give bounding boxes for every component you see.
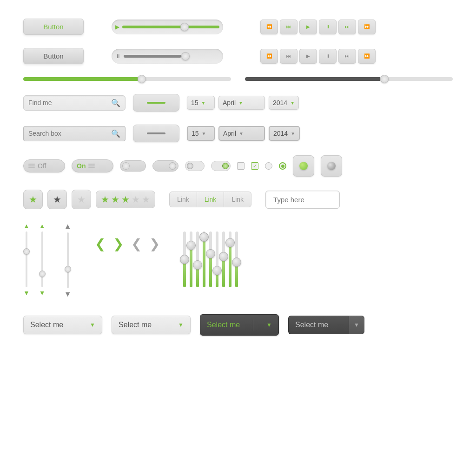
green-dot-button[interactable] [293, 155, 314, 177]
chevron-left-gray[interactable]: ❮ [131, 236, 142, 251]
date-month-2[interactable]: April ▼ [218, 126, 265, 141]
select-dark-combo: Select me ▼ [288, 316, 364, 334]
small-toggle-right[interactable] [152, 160, 178, 172]
slider-track-1[interactable]: ▶ [112, 20, 223, 34]
button-1[interactable]: Button [23, 19, 84, 35]
toggle-off[interactable]: Off [23, 159, 65, 172]
star-4[interactable]: ★ [132, 194, 140, 205]
media-btn2-next[interactable]: ⏭ [338, 49, 356, 64]
checkbox-checked[interactable]: ✓ [251, 162, 258, 170]
select-arrow-4: ▼ [354, 322, 359, 328]
star-2[interactable]: ★ [111, 194, 119, 205]
vert-track-1[interactable] [26, 231, 27, 287]
vert-down-arrow-3[interactable]: ▼ [64, 290, 72, 298]
toggle-on[interactable]: On [72, 159, 113, 172]
radio-selected[interactable] [279, 162, 286, 170]
type-here-input[interactable] [265, 191, 340, 209]
star-5[interactable]: ★ [142, 194, 150, 205]
media-btn-rw[interactable]: ⏪ [260, 20, 278, 34]
checkbox-wrap-2[interactable]: ✓ [251, 162, 258, 170]
date-day-1[interactable]: 15 ▼ [187, 96, 215, 110]
vert-up-arrow-1[interactable]: ▲ [23, 222, 30, 230]
date-year-1[interactable]: 2014 ▼ [269, 96, 299, 110]
star-btn-dark[interactable]: ★ [47, 190, 67, 209]
media-btn2-ff[interactable]: ⏩ [358, 49, 376, 64]
media-btn-pause[interactable]: ⏸ [319, 20, 337, 34]
select-dark-text[interactable]: Select me [288, 316, 349, 334]
media-controls-green: ⏪ ⏮ ▶ ⏸ ⏭ ⏩ [260, 20, 376, 34]
vert-up-arrow-2[interactable]: ▲ [39, 222, 46, 230]
search-input-1[interactable] [28, 99, 111, 106]
media-btn-play[interactable]: ▶ [299, 20, 317, 34]
vert-track-2[interactable] [41, 231, 43, 287]
date-year-2[interactable]: 2014 ▼ [269, 126, 300, 141]
horiz-slider-green[interactable] [23, 77, 231, 81]
slider-track-2[interactable]: ⏸ [112, 49, 223, 64]
select-arrow-3: ▼ [266, 322, 272, 328]
vert-thumb-1[interactable] [23, 248, 30, 255]
date-day-2[interactable]: 15 ▼ [187, 126, 215, 141]
mixer-channel-8 [229, 231, 231, 287]
search-box-1[interactable]: 🔍 [23, 95, 126, 111]
small-toggle-left[interactable] [120, 160, 146, 172]
star-icon-dark: ★ [53, 194, 61, 205]
vert-down-arrow-1[interactable]: ▼ [23, 289, 30, 297]
select-dark-arrow-btn[interactable]: ▼ [349, 316, 364, 334]
media-btn-next[interactable]: ⏭ [338, 20, 356, 34]
horiz-slider-dark[interactable] [245, 77, 453, 81]
chevron-left-green[interactable]: ❮ [95, 236, 106, 251]
media-btn2-prev[interactable]: ⏮ [280, 49, 298, 64]
chevron-right-green[interactable]: ❯ [113, 236, 124, 251]
toggle-minus-gray[interactable] [133, 125, 179, 142]
slider-thumb-1[interactable] [180, 23, 189, 31]
vert-thumb-3[interactable] [65, 266, 71, 272]
mixer-channel-5 [209, 231, 212, 287]
media-btn2-pause[interactable]: ⏸ [319, 49, 337, 64]
round-toggle-left[interactable] [185, 161, 205, 171]
radio-empty[interactable] [265, 162, 272, 170]
link-1[interactable]: Link [170, 192, 197, 207]
search-input-2[interactable] [28, 130, 111, 137]
search-box-2[interactable]: 🔍 [23, 126, 126, 141]
mixer-channel-1 [183, 231, 186, 287]
vert-thumb-2[interactable] [39, 271, 46, 277]
select-arrow-1: ▼ [90, 322, 95, 328]
checkbox-empty[interactable] [237, 162, 245, 170]
chevron-right-gray[interactable]: ❯ [149, 236, 160, 251]
select-light-1[interactable]: Select me ▼ [23, 316, 102, 334]
star-rating[interactable]: ★ ★ ★ ★ ★ [96, 191, 155, 208]
media-btn-prev[interactable]: ⏮ [280, 20, 298, 34]
radio-wrap-2[interactable] [279, 162, 286, 170]
horiz-thumb-dark[interactable] [380, 75, 389, 83]
slider-thumb-2[interactable] [181, 52, 190, 60]
select-light-2[interactable]: Select me ▼ [112, 316, 191, 334]
star-icon-light: ★ [77, 194, 86, 205]
chevron-group: ❮ ❯ ❮ ❯ [95, 236, 160, 251]
media-btn-ff[interactable]: ⏩ [358, 20, 376, 34]
horiz-thumb-green[interactable] [138, 75, 146, 83]
vert-track-3[interactable] [67, 232, 69, 288]
mixer-channel-6 [216, 231, 218, 287]
radio-wrap-1[interactable] [265, 162, 272, 170]
gray-dot-icon [327, 162, 336, 170]
star-btn-green[interactable]: ★ [23, 190, 43, 209]
star-1[interactable]: ★ [101, 194, 109, 205]
star-3[interactable]: ★ [121, 194, 130, 205]
vert-up-arrow-3[interactable]: ▲ [64, 222, 72, 231]
search-icon-2[interactable]: 🔍 [111, 129, 120, 138]
link-3[interactable]: Link [224, 192, 251, 207]
star-btn-light[interactable]: ★ [72, 190, 91, 209]
vert-down-arrow-2[interactable]: ▼ [39, 289, 46, 297]
link-2[interactable]: Link [197, 192, 225, 207]
media-btn2-play[interactable]: ▶ [299, 49, 317, 64]
round-toggle-right[interactable] [211, 161, 231, 171]
media-btn2-rw[interactable]: ⏪ [260, 49, 278, 64]
date-month-1[interactable]: April ▼ [218, 96, 265, 110]
toggle-minus-green[interactable] [133, 94, 179, 112]
button-2[interactable]: Button [23, 48, 84, 64]
checkbox-wrap-1[interactable] [237, 162, 245, 170]
link-group: Link Link Link [169, 192, 251, 207]
select-dark[interactable]: Select me ▼ [200, 314, 279, 336]
search-icon-1[interactable]: 🔍 [111, 99, 120, 107]
gray-dot-button[interactable] [321, 155, 342, 177]
